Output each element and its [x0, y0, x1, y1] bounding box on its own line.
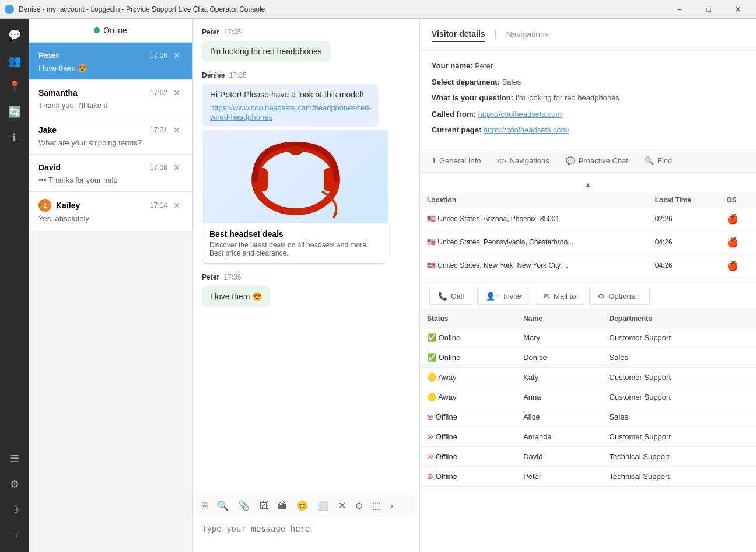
icon-bar: 💬 👥 📍 🔄 ℹ ☰ ⚙ ☽ →: [0, 19, 29, 552]
tab-navigations[interactable]: Navigations: [506, 27, 549, 41]
tab-visitor-details[interactable]: Visitor details: [432, 27, 485, 42]
maximize-button[interactable]: □: [695, 0, 722, 19]
op-dept: Sales: [603, 347, 756, 367]
toolbar-upload-btn[interactable]: 🏔: [275, 498, 289, 513]
chat-item-preview: Thank you, I'll take it: [38, 101, 183, 110]
tab-navigations-nav[interactable]: <> Navigations: [489, 151, 558, 172]
visitor-name-label: Your name:: [432, 61, 473, 70]
location-value: 🇺🇸 United States, Arizona, Phoenix, 8500…: [420, 208, 648, 231]
op-name: Peter: [516, 466, 602, 486]
sidebar-item-moon[interactable]: ☽: [3, 498, 26, 522]
msg-header: Peter 17:36: [202, 273, 410, 281]
op-name: Alice: [516, 407, 602, 427]
operator-row: 🟡 Away Katy Customer Support: [420, 367, 756, 387]
call-button[interactable]: 📞 Call: [429, 288, 473, 305]
sidebar-item-settings[interactable]: ⚙: [3, 473, 26, 496]
os-value: 🍎: [720, 230, 757, 254]
chat-item-peter[interactable]: Peter 17:36 ✕ I love them 😍: [29, 43, 192, 80]
msg-link[interactable]: https://www.coolheadsets.com/headphones/…: [210, 103, 372, 121]
op-dept: Customer Support: [603, 367, 756, 387]
msg-card: Best headset deals Discover the latest d…: [202, 130, 388, 264]
mail-button[interactable]: ✉ Mail to: [535, 288, 584, 305]
operators-section: Status Name Departments ✅ Online Mary Cu…: [420, 310, 756, 553]
msg-text: I love them 😍: [210, 292, 262, 301]
close-chat-samantha[interactable]: ✕: [171, 87, 183, 99]
operator-row: ⊗ Offline David Technical Support: [420, 446, 756, 466]
toolbar-copy-btn[interactable]: ⎘: [200, 498, 210, 513]
chat-item-samantha[interactable]: Samantha 17:02 ✕ Thank you, I'll take it: [29, 80, 192, 117]
title-bar-controls: – □ ✕: [666, 0, 751, 19]
general-info-icon: ℹ: [433, 156, 436, 165]
op-status: ⊗ Offline: [420, 466, 516, 486]
chat-list-panel: Online Peter 17:36 ✕ I love them 😍: [29, 19, 192, 552]
chat-item-david[interactable]: David 17:36 ✕ ••• Thanks for your help: [29, 155, 192, 192]
online-indicator: Online: [94, 26, 127, 35]
chat-item-name: David: [38, 163, 61, 172]
visitor-called-label: Called from:: [432, 110, 476, 118]
toolbar-format-btn[interactable]: ⬚: [370, 498, 383, 513]
toolbar-attach-btn[interactable]: 📎: [236, 498, 252, 513]
msg-time: 17:35: [223, 28, 241, 36]
chat-input[interactable]: [202, 524, 410, 543]
toolbar-snippet-btn[interactable]: ⬜: [315, 498, 331, 513]
op-dept: Customer Support: [603, 427, 756, 446]
visitor-page-link[interactable]: https://coolheadsets.com/: [484, 125, 569, 134]
sidebar-item-users[interactable]: 👥: [3, 49, 26, 72]
toolbar-emoji-btn[interactable]: 😊: [294, 498, 310, 513]
toolbar-clear-btn[interactable]: ✕: [336, 498, 348, 513]
mail-icon: ✉: [544, 292, 550, 301]
visitor-page-label: Current page:: [432, 125, 481, 134]
app-container: 💬 👥 📍 🔄 ℹ ☰ ⚙ ☽ → Online Peter 17:36 ✕: [0, 19, 756, 552]
call-label: Call: [451, 292, 464, 301]
unread-badge: 2: [38, 199, 51, 212]
op-name: Denise: [516, 347, 602, 367]
tab-proactive-chat[interactable]: 💬 Proactive Chat: [558, 151, 636, 172]
toolbar-image-btn[interactable]: 🖼: [257, 498, 271, 513]
invite-button[interactable]: 👤+ Invite: [477, 288, 530, 305]
sidebar-item-signout[interactable]: →: [3, 524, 26, 547]
local-time-value: 04:26: [648, 230, 720, 254]
location-table: Location Local Time OS 🇺🇸 United States,…: [420, 193, 756, 278]
toolbar-send-btn[interactable]: ›: [388, 498, 396, 513]
right-panel: Visitor details | Navigations Your name:…: [420, 19, 756, 552]
sidebar-item-info[interactable]: ℹ: [3, 126, 26, 149]
visitor-name-row: Your name: Peter: [432, 60, 744, 72]
close-chat-peter[interactable]: ✕: [171, 50, 183, 61]
close-chat-kailey[interactable]: ✕: [171, 200, 183, 211]
toolbar-record-btn[interactable]: ⊙: [353, 498, 365, 513]
chat-item-kailey[interactable]: 2 Kailey 17:14 ✕ Yes, absolutely: [29, 192, 192, 230]
operator-row: ✅ Online Denise Sales: [420, 347, 756, 367]
local-time-value: 02:26: [648, 208, 720, 231]
navigations-icon: <>: [498, 156, 506, 165]
close-chat-david[interactable]: ✕: [171, 162, 183, 173]
app-icon: [5, 5, 14, 14]
op-name: Amanda: [516, 427, 602, 446]
visitor-called-link[interactable]: https://coolheadsets.com: [478, 110, 562, 118]
close-chat-jake[interactable]: ✕: [171, 124, 183, 136]
operator-row: 🟡 Away Anna Customer Support: [420, 387, 756, 407]
title-bar-text: Denise - my_account - LoggedIn - Provide…: [19, 5, 265, 13]
chat-item-name: Kailey: [56, 201, 80, 210]
tab-label: Proactive Chat: [579, 156, 628, 165]
msg-bubble-operator: Hi Peter! Please have a look at this mod…: [202, 84, 379, 127]
visitor-name-value: Peter: [475, 61, 493, 70]
tab-find[interactable]: 🔍 Find: [636, 151, 680, 172]
sidebar-item-menu[interactable]: ☰: [3, 447, 26, 470]
tab-general-info[interactable]: ℹ General Info: [425, 151, 489, 172]
chat-item-header: 2 Kailey 17:14 ✕: [38, 199, 183, 212]
operator-row: ⊗ Offline Peter Technical Support: [420, 466, 756, 486]
op-name: Anna: [516, 387, 602, 407]
minimize-button[interactable]: –: [666, 0, 693, 19]
msg-header: Peter 17:35: [202, 28, 410, 36]
chat-item-preview: Yes, absolutely: [38, 214, 183, 223]
close-button[interactable]: ✕: [724, 0, 751, 19]
msg-time: 17:36: [223, 273, 241, 281]
chat-item-jake[interactable]: Jake 17:21 ✕ What are your shipping term…: [29, 117, 192, 155]
invite-icon: 👤+: [486, 292, 500, 301]
sidebar-item-chat[interactable]: 💬: [3, 23, 26, 47]
options-button[interactable]: ⚙ Options...: [589, 288, 650, 305]
sidebar-item-location[interactable]: 📍: [3, 75, 26, 98]
sidebar-item-refresh[interactable]: 🔄: [3, 100, 26, 124]
find-icon: 🔍: [645, 156, 654, 165]
toolbar-search-btn[interactable]: 🔍: [215, 498, 231, 513]
